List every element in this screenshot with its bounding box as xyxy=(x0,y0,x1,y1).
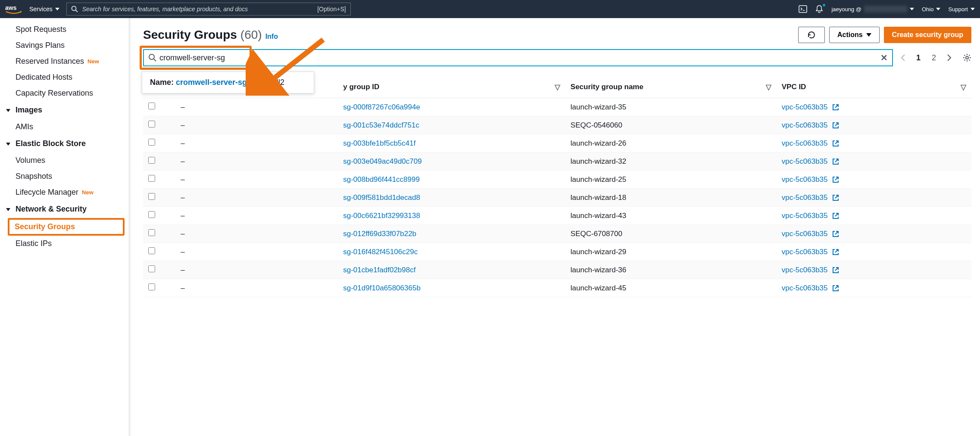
settings-button[interactable] xyxy=(963,53,971,62)
th-label: Security group name xyxy=(571,83,643,91)
row-vpc-id[interactable]: vpc-5c063b35 xyxy=(777,189,971,207)
sidebar-section-ebs[interactable]: Elastic Block Store xyxy=(0,135,129,153)
row-sg-name: launch-wizard-32 xyxy=(565,153,777,171)
svg-point-7 xyxy=(149,54,154,59)
aws-logo[interactable]: aws xyxy=(5,4,22,14)
th-security-group-id[interactable]: y group ID ▽ xyxy=(338,77,565,98)
notifications-icon[interactable] xyxy=(815,5,824,13)
region-label: Ohio xyxy=(922,6,933,12)
sidebar-item-capacity-reservations[interactable]: Capacity Reservations xyxy=(0,85,129,101)
actions-button[interactable]: Actions xyxy=(829,27,880,43)
sidebar-item-spot-requests[interactable]: Spot Requests xyxy=(0,22,129,37)
pager-page-2[interactable]: 2 xyxy=(929,52,939,64)
row-sg-id[interactable]: sg-003e049ac49d0c709 xyxy=(338,153,565,171)
nav-right: jaeyoung @ Ohio Support xyxy=(799,5,975,13)
external-link-icon xyxy=(832,158,839,165)
row-checkbox[interactable] xyxy=(148,121,155,128)
row-checkbox[interactable] xyxy=(148,157,155,164)
row-sg-id[interactable]: sg-016f482f45106c29c xyxy=(338,243,565,261)
sidebar-item-savings-plans[interactable]: Savings Plans xyxy=(0,37,129,53)
services-menu[interactable]: Services xyxy=(29,6,59,12)
pager: 1 2 xyxy=(899,52,953,64)
cloudshell-icon[interactable] xyxy=(799,5,807,13)
refresh-button[interactable] xyxy=(798,27,825,43)
row-vpc-id[interactable]: vpc-5c063b35 xyxy=(777,261,971,279)
row-name: – xyxy=(175,243,338,261)
row-vpc-id[interactable]: vpc-5c063b35 xyxy=(777,153,971,171)
sidebar-section-images[interactable]: Images xyxy=(0,101,129,119)
row-checkbox[interactable] xyxy=(148,175,155,182)
support-menu[interactable]: Support xyxy=(948,6,975,12)
sidebar-item-lifecycle-manager[interactable]: Lifecycle Manager New xyxy=(0,184,129,200)
row-sg-id[interactable]: sg-009f581bdd1decad8 xyxy=(338,189,565,207)
row-checkbox-cell xyxy=(143,153,175,171)
row-checkbox[interactable] xyxy=(148,139,155,146)
external-link-icon xyxy=(832,267,839,274)
sidebar-item-amis[interactable]: AMIs xyxy=(0,119,129,135)
th-label: VPC ID xyxy=(782,83,806,91)
caret-down-icon xyxy=(936,8,940,10)
svg-line-16 xyxy=(835,213,838,216)
pager-page-1[interactable]: 1 xyxy=(914,52,923,64)
th-vpc-id[interactable]: VPC ID ▽ xyxy=(777,77,971,98)
page-title-text: Security Groups xyxy=(143,28,237,42)
external-link-icon xyxy=(832,104,839,111)
region-menu[interactable]: Ohio xyxy=(922,6,940,12)
search-icon xyxy=(71,6,78,12)
pager-next[interactable] xyxy=(945,53,953,62)
external-link-icon xyxy=(832,122,839,129)
th-security-group-name[interactable]: Security group name ▽ xyxy=(565,77,777,98)
row-vpc-id[interactable]: vpc-5c063b35 xyxy=(777,116,971,134)
row-checkbox[interactable] xyxy=(148,265,155,272)
row-checkbox[interactable] xyxy=(148,247,155,254)
pager-prev[interactable] xyxy=(899,53,908,62)
sidebar-item-elastic-ips[interactable]: Elastic IPs xyxy=(0,236,129,252)
svg-line-11 xyxy=(835,123,838,126)
row-name: – xyxy=(175,134,338,153)
row-sg-id[interactable]: sg-01cbe1fadf02b98cf xyxy=(338,261,565,279)
row-sg-id[interactable]: sg-012ff69d33f07b22b xyxy=(338,225,565,243)
sidebar-item-security-groups[interactable]: Security Groups xyxy=(8,218,125,236)
row-checkbox[interactable] xyxy=(148,103,155,109)
row-sg-id[interactable]: sg-001c53e74ddcf751c xyxy=(338,116,565,134)
row-vpc-id[interactable]: vpc-5c063b35 xyxy=(777,171,971,189)
row-vpc-id[interactable]: vpc-5c063b35 xyxy=(777,207,971,225)
caret-down-icon xyxy=(910,8,914,10)
sidebar-section-network-security[interactable]: Network & Security xyxy=(0,200,129,218)
row-sg-id[interactable]: sg-008bd96f441cc8999 xyxy=(338,171,565,189)
create-security-group-button[interactable]: Create security group xyxy=(884,27,971,43)
sidebar-item-dedicated-hosts[interactable]: Dedicated Hosts xyxy=(0,69,129,85)
new-badge: New xyxy=(87,58,99,65)
row-checkbox[interactable] xyxy=(148,211,155,218)
autocomplete-item[interactable]: Name: cromwell-server-sg-cromwell2 xyxy=(150,78,306,87)
row-sg-id[interactable]: sg-000f87267c06a994e xyxy=(338,98,565,116)
row-checkbox-cell xyxy=(143,279,175,297)
clear-filter-button[interactable]: ✕ xyxy=(880,53,888,63)
sidebar-item-snapshots[interactable]: Snapshots xyxy=(0,168,129,184)
filter-search[interactable]: ✕ xyxy=(143,49,893,66)
sidebar-item-volumes[interactable]: Volumes xyxy=(0,153,129,168)
account-menu[interactable]: jaeyoung @ xyxy=(831,6,914,12)
row-sg-name: launch-wizard-43 xyxy=(565,207,777,225)
filter-input[interactable] xyxy=(159,53,880,62)
sidebar-item-reserved-instances[interactable]: Reserved Instances New xyxy=(0,53,129,69)
row-sg-name: launch-wizard-18 xyxy=(565,189,777,207)
row-checkbox[interactable] xyxy=(148,229,155,236)
create-label: Create security group xyxy=(892,31,963,39)
table-row: –sg-003e049ac49d0c709launch-wizard-32vpc… xyxy=(143,153,971,171)
row-sg-id[interactable]: sg-01d9f10a65806365b xyxy=(338,279,565,297)
row-vpc-id[interactable]: vpc-5c063b35 xyxy=(777,279,971,297)
row-vpc-id[interactable]: vpc-5c063b35 xyxy=(777,134,971,153)
svg-line-13 xyxy=(835,159,838,162)
info-link[interactable]: Info xyxy=(265,33,278,40)
global-search[interactable]: Search for services, features, marketpla… xyxy=(66,3,351,16)
row-sg-id[interactable]: sg-003bfe1bf5cb5c41f xyxy=(338,134,565,153)
svg-line-14 xyxy=(835,177,838,180)
row-vpc-id[interactable]: vpc-5c063b35 xyxy=(777,98,971,116)
content-pane: Security Groups (60) Info Actions Create… xyxy=(129,18,980,436)
row-vpc-id[interactable]: vpc-5c063b35 xyxy=(777,243,971,261)
row-checkbox[interactable] xyxy=(148,193,155,200)
row-vpc-id[interactable]: vpc-5c063b35 xyxy=(777,225,971,243)
row-checkbox[interactable] xyxy=(148,283,155,290)
row-sg-id[interactable]: sg-00c6621bf32993138 xyxy=(338,207,565,225)
